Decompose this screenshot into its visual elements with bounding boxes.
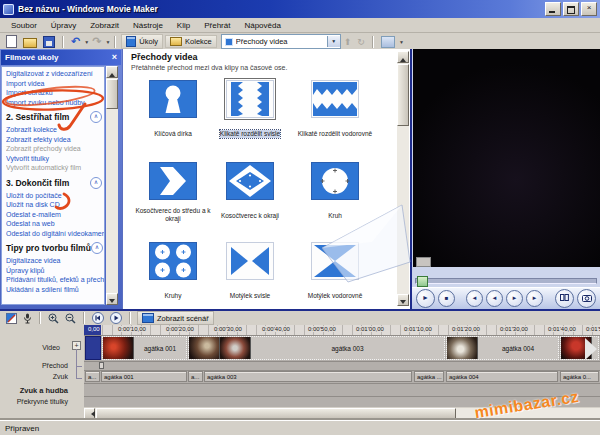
- transition-clip[interactable]: [99, 362, 104, 369]
- transition-kosoctverec-do-stredu-a-k-okraji[interactable]: Kosočtverec do středu a k okraji: [135, 160, 211, 225]
- show-storyboard-button[interactable]: Zobrazit scénář: [137, 311, 214, 325]
- audio-clip[interactable]: agátka 0...: [560, 371, 599, 382]
- menu-item-zobrazit[interactable]: Zobrazit: [83, 19, 126, 32]
- video-clip[interactable]: agátka 001: [102, 336, 187, 360]
- collapse-icon[interactable]: ∧: [90, 111, 102, 123]
- track-prekryvne-titulky[interactable]: [84, 396, 600, 407]
- video-clip[interactable]: agátka 004: [446, 336, 559, 360]
- task-link-pridavani-titulku-efektu-a-prechodu[interactable]: Přidávání titulků, efektů a přechodů: [6, 275, 104, 285]
- audio-clip[interactable]: agátka ...: [414, 371, 444, 382]
- transition-kosoctverec-k-okraji[interactable]: Kosočtverec k okraji: [212, 160, 288, 222]
- views-icon[interactable]: [381, 36, 395, 48]
- back-button[interactable]: ◄: [466, 290, 483, 307]
- task-pane-scrollbar[interactable]: [106, 66, 118, 305]
- scroll-down-icon[interactable]: [397, 294, 409, 306]
- menu-item-upravy[interactable]: Úpravy: [44, 19, 83, 32]
- scrollbar-thumb[interactable]: [397, 64, 409, 126]
- menu-item-napoveda[interactable]: Nápověda: [237, 19, 287, 32]
- transition-motylek-svisle[interactable]: Motýlek svisle: [212, 240, 288, 302]
- task-link-zobrazit-kolekce[interactable]: Zobrazit kolekce: [6, 125, 104, 135]
- transition-kruhy[interactable]: Kruhy: [135, 240, 211, 302]
- open-project-icon[interactable]: [23, 38, 37, 48]
- audio-clip[interactable]: agátka 003: [204, 371, 412, 382]
- scroll-up-icon[interactable]: [397, 51, 409, 63]
- previous-frame-button[interactable]: ◄: [486, 290, 503, 307]
- transition-tile[interactable]: [224, 160, 276, 202]
- transition-tile[interactable]: [309, 240, 361, 282]
- task-link-import-zvuku-nebo-hudby[interactable]: Import zvuku nebo hudby: [6, 98, 104, 108]
- split-clip-button[interactable]: [555, 289, 574, 308]
- play-button[interactable]: ►: [416, 289, 435, 308]
- timeline-hscrollbar[interactable]: [84, 408, 600, 419]
- maximize-button[interactable]: [563, 2, 579, 16]
- track-prechod[interactable]: [84, 361, 600, 370]
- track-zvuk-a-hudba[interactable]: [84, 383, 600, 396]
- audio-clip[interactable]: agátka 001: [101, 371, 187, 382]
- audio-levels-icon[interactable]: [6, 313, 17, 324]
- transition-klicova-dirka[interactable]: Klíčová dírka: [135, 78, 211, 140]
- task-link-ukladani-a-sdileni-filmu[interactable]: Ukládání a sdílení filmů: [6, 285, 104, 295]
- combobox-dropdown-icon[interactable]: ▼: [327, 36, 340, 47]
- transition-motylek-vodorovne[interactable]: Motýlek vodorovně: [297, 240, 373, 302]
- transition-tile[interactable]: [224, 240, 276, 282]
- narrate-timeline-icon[interactable]: [23, 313, 32, 324]
- undo-dropdown-icon[interactable]: ▼: [84, 39, 89, 45]
- task-link-digitalizovat-z-videozarizeni[interactable]: Digitalizovat z videozařízení: [6, 69, 104, 79]
- collapse-icon[interactable]: ∧: [90, 177, 102, 189]
- transition-tile[interactable]: [147, 78, 199, 120]
- collections-button[interactable]: Kolekce: [165, 35, 217, 48]
- audio-clip[interactable]: agátka 004: [446, 371, 558, 382]
- audio-clip[interactable]: a...: [188, 371, 203, 382]
- task-link-ulozit-na-disk-cd[interactable]: Uložit na disk CD: [6, 200, 104, 210]
- zoom-in-icon[interactable]: [48, 313, 59, 324]
- transition-kruh[interactable]: Kruh: [297, 160, 373, 222]
- stop-button[interactable]: ■: [438, 290, 455, 307]
- menu-item-prehrat[interactable]: Přehrát: [197, 19, 237, 32]
- task-link-upravy-klipu[interactable]: Úpravy klipů: [6, 266, 104, 276]
- undo-icon[interactable]: ↶: [71, 36, 80, 47]
- location-combobox[interactable]: Přechody videa ▼: [221, 34, 341, 49]
- save-project-icon[interactable]: [43, 36, 55, 48]
- task-link-import-videa[interactable]: Import videa: [6, 79, 104, 89]
- task-link-odeslat-e-mailem[interactable]: Odeslat e-mailem: [6, 210, 104, 220]
- transition-tile[interactable]: [147, 240, 199, 282]
- minimize-button[interactable]: [545, 2, 561, 16]
- play-timeline-icon[interactable]: [110, 312, 122, 324]
- new-project-icon[interactable]: [6, 35, 17, 48]
- transition-tile[interactable]: [309, 160, 361, 202]
- tasks-button[interactable]: Úkoly: [121, 34, 163, 49]
- task-link-odeslat-do-digitalni-videokamery[interactable]: Odeslat do digitální videokamery: [6, 229, 104, 239]
- scrollbar-thumb[interactable]: [106, 79, 118, 109]
- transition-klikate-rozdelit-svisle[interactable]: Klikatě rozdělit svisle: [212, 78, 288, 140]
- zoom-out-icon[interactable]: [65, 313, 76, 324]
- menu-item-klip[interactable]: Klip: [170, 19, 197, 32]
- task-link-ulozit-do-pocitace[interactable]: Uložit do počítače: [6, 191, 104, 201]
- views-dropdown-icon[interactable]: ▼: [399, 39, 404, 45]
- task-pane-close-icon[interactable]: ×: [112, 53, 117, 62]
- scroll-left-icon[interactable]: [84, 408, 95, 419]
- forward-button[interactable]: ►: [526, 290, 543, 307]
- task-link-odeslat-na-web[interactable]: Odeslat na web: [6, 219, 104, 229]
- transition-klikate-rozdelit-vodorovne[interactable]: Klikatě rozdělit vodorovně: [297, 78, 373, 140]
- panel-scrollbar[interactable]: [397, 51, 409, 306]
- close-button[interactable]: ×: [581, 2, 597, 16]
- scroll-down-icon[interactable]: [106, 293, 118, 305]
- task-link-vytvorit-titulky[interactable]: Vytvořit titulky: [6, 154, 104, 164]
- hscrollbar-thumb[interactable]: [96, 408, 456, 419]
- next-frame-button[interactable]: ►: [506, 290, 523, 307]
- menu-item-soubor[interactable]: Soubor: [4, 19, 44, 32]
- collapse-icon[interactable]: ∧: [91, 242, 103, 254]
- seek-thumb[interactable]: [417, 276, 428, 287]
- menu-item-nastroje[interactable]: Nástroje: [126, 19, 170, 32]
- monitor-size-button[interactable]: [416, 257, 431, 267]
- audio-clip[interactable]: a...: [85, 371, 100, 382]
- task-link-zobrazit-efekty-videa[interactable]: Zobrazit efekty videa: [6, 135, 104, 145]
- transition-tile[interactable]: [147, 160, 199, 202]
- take-picture-button[interactable]: [577, 289, 596, 308]
- video-clip[interactable]: agátka 003: [188, 336, 445, 360]
- task-link-digitalizace-videa[interactable]: Digitalizace videa: [6, 256, 104, 266]
- task-link-import-obrazku[interactable]: Import obrázků: [6, 88, 104, 98]
- video-clip[interactable]: [560, 336, 599, 360]
- rewind-timeline-icon[interactable]: [92, 312, 104, 324]
- seek-bar[interactable]: [415, 278, 597, 284]
